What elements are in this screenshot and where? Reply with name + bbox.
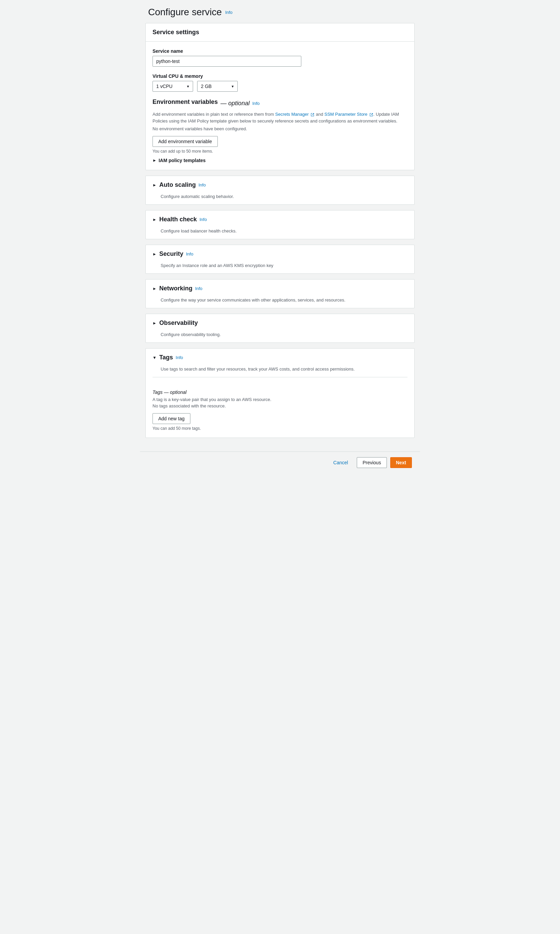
cancel-button[interactable]: Cancel [328, 460, 354, 465]
networking-info-link[interactable]: Info [195, 286, 203, 291]
env-vars-title: Environment variables [152, 99, 218, 106]
env-vars-description: Add environment variables in plain text … [152, 111, 408, 124]
previous-button[interactable]: Previous [357, 457, 386, 468]
auto-scaling-description: Configure automatic scaling behavior. [146, 194, 414, 204]
tags-triangle: ▼ [152, 355, 157, 360]
env-vars-no-items: No environment variables have been confi… [152, 126, 408, 131]
tags-header[interactable]: ▼ Tags Info [146, 348, 414, 367]
auto-scaling-title: Auto scaling [159, 181, 196, 188]
security-card: ► Security Info Specify an Instance role… [145, 245, 415, 274]
tags-title: Tags [159, 354, 173, 361]
health-check-info-link[interactable]: Info [200, 217, 207, 222]
main-content: Service settings Service name Virtual CP… [140, 23, 420, 449]
security-header[interactable]: ► Security Info [146, 245, 414, 263]
env-vars-info-link[interactable]: Info [252, 101, 260, 106]
page-title: Configure service [148, 7, 222, 18]
tags-card: ▼ Tags Info Use tags to search and filte… [145, 348, 415, 438]
auto-scaling-header[interactable]: ► Auto scaling Info [146, 176, 414, 194]
tags-section-body: Tags — optional A tag is a key-value pai… [146, 383, 414, 438]
health-check-title: Health check [159, 216, 197, 223]
health-check-card: ► Health check Info Configure load balan… [145, 210, 415, 239]
auto-scaling-triangle: ► [152, 183, 157, 188]
security-triangle: ► [152, 252, 157, 256]
service-name-group: Service name [152, 48, 408, 67]
service-settings-title: Service settings [152, 29, 199, 35]
iam-templates-triangle: ► [152, 158, 157, 163]
observability-description: Configure observability tooling. [146, 332, 414, 342]
health-check-triangle: ► [152, 217, 157, 222]
vcpu-memory-label: Virtual CPU & memory [152, 74, 408, 79]
env-vars-section: Environment variables — optional Info Ad… [152, 99, 408, 163]
selects-row: 0.25 vCPU 0.5 vCPU 1 vCPU 2 vCPU 4 vCPU … [152, 81, 408, 92]
env-vars-optional: — optional [220, 100, 249, 107]
tags-info-link[interactable]: Info [176, 355, 183, 360]
cpu-select[interactable]: 0.25 vCPU 0.5 vCPU 1 vCPU 2 vCPU 4 vCPU [152, 81, 193, 92]
auto-scaling-info-link[interactable]: Info [198, 182, 206, 188]
memory-select-wrap: 0.5 GB 1 GB 2 GB 3 GB 4 GB ▼ [197, 81, 238, 92]
iam-templates-label: IAM policy templates [158, 158, 206, 163]
service-settings-card: Service settings Service name Virtual CP… [145, 23, 415, 170]
tags-description: Use tags to search and filter your resou… [146, 367, 414, 371]
env-vars-title-row: Environment variables — optional Info [152, 99, 408, 108]
auto-scaling-card: ► Auto scaling Info Configure automatic … [145, 176, 415, 205]
footer-bar: Cancel Previous Next [140, 452, 420, 473]
service-name-input[interactable] [152, 56, 301, 67]
cpu-select-wrap: 0.25 vCPU 0.5 vCPU 1 vCPU 2 vCPU 4 vCPU … [152, 81, 193, 92]
security-title: Security [159, 250, 183, 257]
service-settings-body: Service name Virtual CPU & memory 0.25 v… [146, 42, 414, 170]
observability-card: ► Observability Configure observability … [145, 314, 415, 343]
observability-header[interactable]: ► Observability [146, 314, 414, 332]
secrets-manager-link[interactable]: Secrets Manager [275, 112, 315, 117]
add-new-tag-button[interactable]: Add new tag [152, 413, 191, 424]
networking-triangle: ► [152, 286, 157, 291]
vcpu-memory-group: Virtual CPU & memory 0.25 vCPU 0.5 vCPU … [152, 74, 408, 92]
add-env-var-button[interactable]: Add environment variable [152, 136, 218, 147]
networking-header[interactable]: ► Networking Info [146, 279, 414, 297]
tags-description-secondary: A tag is a key-value pair that you assig… [152, 397, 408, 402]
networking-card: ► Networking Info Configure the way your… [145, 279, 415, 308]
memory-select[interactable]: 0.5 GB 1 GB 2 GB 3 GB 4 GB [197, 81, 238, 92]
tags-no-items: No tags associated with the resource. [152, 403, 408, 408]
observability-title: Observability [159, 319, 198, 327]
env-vars-items-hint: You can add up to 50 more items. [152, 149, 408, 154]
next-button[interactable]: Next [390, 457, 412, 468]
tags-optional-label: Tags — optional [152, 390, 408, 395]
service-settings-header: Service settings [146, 23, 414, 42]
security-description: Specify an Instance role and an AWS KMS … [146, 263, 414, 273]
iam-policy-templates-row[interactable]: ► IAM policy templates [152, 158, 408, 163]
health-check-description: Configure load balancer health checks. [146, 228, 414, 239]
page-header: Configure service Info [140, 0, 420, 23]
networking-title: Networking [159, 285, 192, 292]
page-info-link[interactable]: Info [225, 10, 233, 15]
tags-items-hint: You can add 50 more tags. [152, 426, 408, 431]
ssm-parameter-store-link[interactable]: SSM Parameter Store [324, 112, 373, 117]
health-check-header[interactable]: ► Health check Info [146, 211, 414, 228]
service-name-label: Service name [152, 48, 408, 54]
networking-description: Configure the way your service communica… [146, 297, 414, 308]
security-info-link[interactable]: Info [186, 251, 194, 256]
observability-triangle: ► [152, 321, 157, 325]
